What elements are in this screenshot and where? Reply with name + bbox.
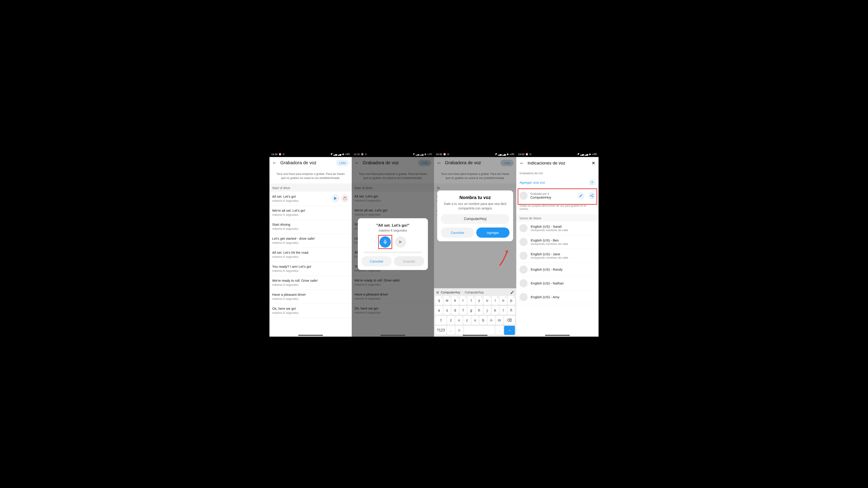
delete-button[interactable] xyxy=(341,194,349,202)
key-p[interactable]: p0 xyxy=(508,296,515,305)
page-title: Grabadora de voz xyxy=(280,160,333,165)
screen-2: 14:30⏰⊙ ◤▂▄▂▄◉▭92 ←Grabadora de vozListo… xyxy=(352,152,434,337)
key-u[interactable]: u7 xyxy=(484,296,491,305)
phrase-list: All set. Let's go!máximo 6 segundos We'r… xyxy=(270,192,352,337)
status-bar: 14:50⏰⊙ ◤▂▄▂▄◉▭90 xyxy=(516,152,598,157)
key-z[interactable]: z xyxy=(447,316,455,325)
phrase-item[interactable]: We're all set. Let's go!máximo 6 segundo… xyxy=(270,206,352,220)
highlight-box xyxy=(378,235,392,249)
app-bar: ← Indicaciones de voz ✕ xyxy=(516,157,598,169)
back-icon[interactable]: ← xyxy=(520,160,524,166)
key-j[interactable]: j xyxy=(484,306,491,315)
waze-voice-item[interactable]: English (US) - BenIncluyendo nombres de … xyxy=(516,235,598,249)
key-n[interactable]: n xyxy=(488,316,495,325)
app-bar: ← Grabadora de voz Listo xyxy=(270,157,352,169)
period-key[interactable]: . xyxy=(495,326,503,335)
screen-4: 14:50⏰⊙ ◤▂▄▂▄◉▭90 ← Indicaciones de voz … xyxy=(516,152,598,337)
plus-icon[interactable]: + xyxy=(589,180,595,186)
waze-voice-item[interactable]: English (US) - Nathan xyxy=(516,276,598,290)
key-k[interactable]: k xyxy=(492,306,499,315)
avatar xyxy=(520,252,528,260)
key-a[interactable]: a xyxy=(435,306,443,315)
enter-key[interactable]: → xyxy=(504,326,515,335)
key-e[interactable]: e3 xyxy=(452,296,459,305)
mic-icon[interactable]: 🎤 xyxy=(510,291,514,294)
phrase-item[interactable]: Have a pleasant drive!máximo 6 segundos xyxy=(270,290,352,304)
play-button[interactable] xyxy=(331,194,340,202)
home-indicator xyxy=(298,335,323,336)
key-o[interactable]: o9 xyxy=(500,296,507,305)
key-h[interactable]: h xyxy=(475,306,483,315)
suggestion[interactable]: Computerhoy xyxy=(465,291,484,294)
key-r[interactable]: r4 xyxy=(460,296,467,305)
wifi-icon: ◉ xyxy=(342,153,344,156)
screen-3: 14:35⏰⊙ ◤▂▄▂▄◉▭91 ←Grabadora de vozListo… xyxy=(434,152,516,337)
key-x[interactable]: x xyxy=(455,316,463,325)
waze-voice-item[interactable]: English (US) - Amy xyxy=(516,290,598,304)
key-g[interactable]: g xyxy=(467,306,475,315)
comma-key[interactable]: , xyxy=(447,326,455,335)
key-s[interactable]: s xyxy=(443,306,451,315)
alarm-icon: ⏰ xyxy=(278,153,282,156)
key-w[interactable]: w2 xyxy=(443,296,451,305)
avatar xyxy=(520,279,528,287)
key-i[interactable]: i8 xyxy=(492,296,499,305)
phrase-item[interactable]: Start drivingmáximo 6 segundos xyxy=(270,220,352,234)
key-f[interactable]: f xyxy=(460,306,467,315)
key-q[interactable]: q1 xyxy=(435,296,443,305)
battery-icon: ▭91 xyxy=(345,153,350,156)
shift-key[interactable]: ⇧ xyxy=(435,316,446,325)
space-key[interactable] xyxy=(464,326,495,335)
avatar xyxy=(520,293,528,301)
emoji-key[interactable]: ☺ xyxy=(456,326,463,335)
modal-overlay: "All set. Let's go!" máximo 6 segundos C… xyxy=(352,152,434,337)
close-icon[interactable]: ✕ xyxy=(592,160,595,166)
keyboard: ⊞ ComputerHoy | Computerhoy 🎤 q1w2e3r4t5… xyxy=(434,288,516,337)
time: 14:34 xyxy=(271,153,278,156)
help-text: Toca una frase para empezar a grabar. Pa… xyxy=(270,169,352,184)
signal-icon: ▂▄ xyxy=(338,153,341,156)
page-title: Indicaciones de voz xyxy=(528,161,588,166)
section-header: Voces de Waze xyxy=(516,214,598,221)
key-c[interactable]: c xyxy=(463,316,471,325)
backspace-key[interactable]: ⌫ xyxy=(504,316,515,325)
phrase-item[interactable]: Ok, here we go!máximo 6 segundos xyxy=(270,304,352,318)
avatar xyxy=(520,265,528,273)
phrase-item[interactable]: You ready? I am! Let's go!máximo 6 segun… xyxy=(270,262,352,276)
key-t[interactable]: t5 xyxy=(467,296,475,305)
key-b[interactable]: b xyxy=(479,316,487,325)
progress-bar xyxy=(364,252,422,253)
name-voice-dialog: Nombra tu voz Dale a tu voz un nombre pa… xyxy=(437,191,513,241)
voice-name-input[interactable]: ComputerHoy xyxy=(441,214,509,224)
phrase-item[interactable]: All set. Let's go!máximo 6 segundos xyxy=(270,192,352,206)
add-button[interactable]: Agregar xyxy=(476,228,509,238)
play-button-disabled xyxy=(395,236,406,248)
waze-voice-item[interactable]: English (US) - Randy xyxy=(516,263,598,276)
key-l[interactable]: l xyxy=(500,306,507,315)
waze-voice-item[interactable]: English (US) - JaneIncluyendo nombres de… xyxy=(516,249,598,263)
dialog-title: Nombra tu voz xyxy=(441,195,509,200)
dialog-title: "All set. Let's go!" xyxy=(362,223,424,228)
save-button-disabled: Guardar xyxy=(394,256,424,266)
done-button[interactable]: Listo xyxy=(336,160,349,166)
add-voice-row[interactable]: Agregar una voz + xyxy=(516,176,598,189)
phrase-item[interactable]: All set. Let's hit the road.máximo 6 seg… xyxy=(270,248,352,262)
key-ñ[interactable]: ñ xyxy=(508,306,515,315)
phrase-item[interactable]: We're ready to roll. Drive safe!máximo 6… xyxy=(270,276,352,290)
key-v[interactable]: v xyxy=(471,316,479,325)
suggestion[interactable]: ComputerHoy xyxy=(441,291,460,294)
waze-voice-item[interactable]: English (US) - SarahIncluyendo nombres d… xyxy=(516,221,598,235)
status-bar: 14:35⏰⊙ ◤▂▄▂▄◉▭91 xyxy=(434,152,516,157)
key-m[interactable]: m xyxy=(496,316,503,325)
back-icon[interactable]: ← xyxy=(272,160,277,166)
location-icon: ◤ xyxy=(331,153,333,156)
cancel-button[interactable]: Cancelar xyxy=(362,256,392,266)
symbols-key[interactable]: ?123 xyxy=(435,326,446,335)
key-y[interactable]: y6 xyxy=(475,296,483,305)
cancel-button[interactable]: Cancelar xyxy=(441,228,474,238)
keyboard-grid-icon[interactable]: ⊞ xyxy=(436,291,439,294)
signal-icon: ▂▄ xyxy=(333,153,337,156)
key-d[interactable]: d xyxy=(452,306,459,315)
section-header: Start of drive xyxy=(270,184,352,192)
phrase-item[interactable]: Let's get started - drive safe!máximo 6 … xyxy=(270,234,352,248)
